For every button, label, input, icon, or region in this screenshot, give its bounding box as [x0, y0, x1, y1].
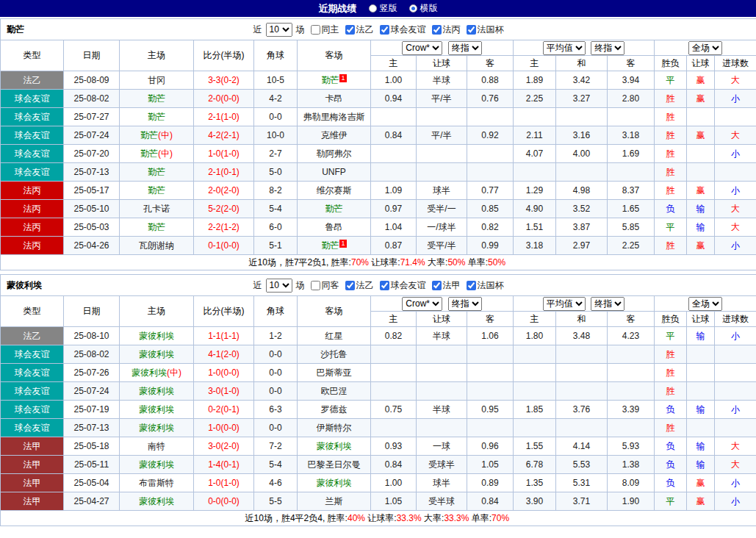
score[interactable]: 0-1(0-0) [194, 237, 254, 255]
team-name[interactable]: 勤芒 [148, 185, 165, 196]
team-name[interactable]: 勤芒 [140, 148, 158, 159]
league-filter-ligue2[interactable]: 法乙 [345, 24, 374, 36]
score[interactable]: 1-0(0-0) [194, 419, 254, 437]
team-name[interactable]: 勤芒 [148, 93, 165, 104]
avg-stage-select[interactable]: 终指 [591, 297, 624, 311]
team-name[interactable]: 蒙彼利埃 [317, 478, 352, 488]
team-name[interactable]: UNFP [322, 167, 346, 177]
score[interactable]: 1-0(1-0) [194, 474, 254, 492]
score[interactable]: 4-2(2-1) [194, 126, 254, 145]
league-filter-ligue1[interactable]: 法甲 [432, 279, 461, 292]
layout-option-horizontal[interactable]: 横版 [409, 2, 438, 15]
team-name[interactable]: 瓦朗谢纳 [139, 240, 174, 251]
team-name[interactable]: 蒙彼利埃 [139, 459, 174, 470]
league-checkbox[interactable] [432, 25, 442, 35]
team-name[interactable]: 勤芒 [148, 112, 165, 122]
score[interactable]: 2-1(1-0) [194, 108, 254, 126]
league-checkbox[interactable] [345, 25, 355, 35]
score[interactable]: 1-4(0-1) [194, 456, 254, 474]
score[interactable]: 3-0(1-0) [194, 382, 254, 401]
layout-option-vertical[interactable]: 竖版 [369, 2, 397, 15]
league-filter-cup[interactable]: 法国杯 [467, 24, 504, 36]
match-count-select[interactable]: 10 [266, 23, 292, 37]
same-venue-checkbox[interactable] [311, 281, 320, 290]
odds-company-select[interactable]: Crow* [402, 297, 442, 311]
score[interactable]: 1-0(0-0) [194, 364, 254, 382]
score[interactable]: 4-1(2-0) [194, 345, 254, 364]
team-name[interactable]: 南特 [148, 441, 165, 451]
odds-stage-select[interactable]: 终指 [448, 297, 482, 311]
team-name[interactable]: 伊斯特尔 [317, 423, 352, 433]
score[interactable]: 1-0(1-0) [194, 145, 254, 163]
league-checkbox[interactable] [467, 25, 476, 35]
team-name[interactable]: 勤芒 [140, 130, 158, 140]
team-name[interactable]: 鲁昂 [325, 222, 343, 232]
team-name[interactable]: 巴斯蒂亚 [317, 367, 352, 378]
league-checkbox[interactable] [380, 25, 389, 35]
league-checkbox[interactable] [467, 281, 476, 290]
league-checkbox[interactable] [345, 281, 355, 290]
team-name[interactable]: 卡昂 [325, 93, 343, 104]
score[interactable]: 3-0(2-0) [194, 437, 254, 456]
league-badge: 法丙 [1, 200, 64, 218]
league-filter-friendly[interactable]: 球会友谊 [380, 24, 426, 36]
team-name[interactable]: 孔卡诺 [143, 204, 170, 214]
handicap-line: 受半/一 [417, 200, 467, 218]
score[interactable]: 3-3(0-2) [194, 71, 254, 90]
result-goals: 小 [715, 401, 756, 419]
team-name[interactable]: 勤芒 [148, 167, 165, 177]
team-name[interactable]: 勤芒 [148, 222, 165, 232]
odds-company-select[interactable]: Crow* [402, 41, 442, 55]
team-name[interactable]: 罗德兹 [321, 404, 348, 415]
team-name[interactable]: 蒙彼利埃 [317, 441, 352, 451]
team-name[interactable]: 兰斯 [325, 496, 343, 506]
league-checkbox[interactable] [380, 281, 389, 290]
team-name[interactable]: 勤芒 [325, 204, 343, 214]
team-name[interactable]: 沙托鲁 [321, 349, 348, 359]
avg-odds-select[interactable]: 平均值 [543, 297, 586, 311]
team-name[interactable]: 蒙彼利埃 [139, 496, 174, 506]
team-name[interactable]: 弗勒里梅洛吉斯 [303, 112, 365, 122]
same-venue-filter[interactable]: 同主 [311, 24, 339, 36]
league-checkbox[interactable] [432, 281, 442, 290]
odds-stage-select[interactable]: 终指 [448, 41, 482, 55]
team-name[interactable]: 维尔赛斯 [317, 185, 352, 196]
score[interactable]: 2-0(0-0) [194, 90, 254, 108]
score[interactable]: 2-1(0-1) [194, 163, 254, 182]
score[interactable]: 1-1(1-1) [194, 327, 254, 345]
team-name[interactable]: 红星 [325, 331, 343, 341]
league-filter-friendly[interactable]: 球会友谊 [380, 279, 426, 292]
team-name[interactable]: 蒙彼利埃 [139, 331, 174, 341]
team-name[interactable]: 蒙彼利埃 [132, 367, 167, 378]
same-venue-filter[interactable]: 同客 [311, 279, 339, 292]
team-name[interactable]: 蒙彼利埃 [139, 386, 174, 396]
team-name[interactable]: 蒙彼利埃 [139, 404, 174, 415]
team-name[interactable]: 布雷斯特 [139, 478, 174, 488]
corners: 0-0 [254, 419, 298, 437]
result-wdl: 胜 [655, 382, 687, 401]
col-avg-draw: 和 [556, 56, 608, 71]
league-filter-cup[interactable]: 法国杯 [467, 279, 504, 292]
team-name[interactable]: 勒阿弗尔 [317, 148, 352, 159]
team-name[interactable]: 克维伊 [321, 130, 348, 140]
team-name[interactable]: 甘冈 [148, 75, 165, 85]
team-name[interactable]: 欧巴涅 [321, 386, 348, 396]
team-name[interactable]: 勤芒 [321, 240, 339, 251]
score[interactable]: 0-2(0-1) [194, 401, 254, 419]
team-name[interactable]: 蒙彼利埃 [139, 423, 174, 433]
team-name[interactable]: 蒙彼利埃 [139, 349, 174, 359]
team-name[interactable]: 巴黎圣日尔曼 [308, 459, 361, 470]
scope-select[interactable]: 全场 [688, 41, 722, 55]
team-name[interactable]: 勤芒 [321, 75, 339, 85]
score[interactable]: 5-2(2-0) [194, 200, 254, 218]
league-filter-ligue2[interactable]: 法乙 [345, 279, 374, 292]
score[interactable]: 2-2(1-2) [194, 218, 254, 237]
avg-stage-select[interactable]: 终指 [591, 41, 624, 55]
score[interactable]: 2-0(2-0) [194, 182, 254, 200]
same-venue-checkbox[interactable] [311, 25, 320, 35]
match-count-select[interactable]: 10 [266, 279, 292, 293]
score[interactable]: 0-0(0-0) [194, 492, 254, 511]
scope-select[interactable]: 全场 [688, 297, 722, 311]
avg-odds-select[interactable]: 平均值 [543, 41, 586, 55]
league-filter-national[interactable]: 法丙 [432, 24, 461, 36]
